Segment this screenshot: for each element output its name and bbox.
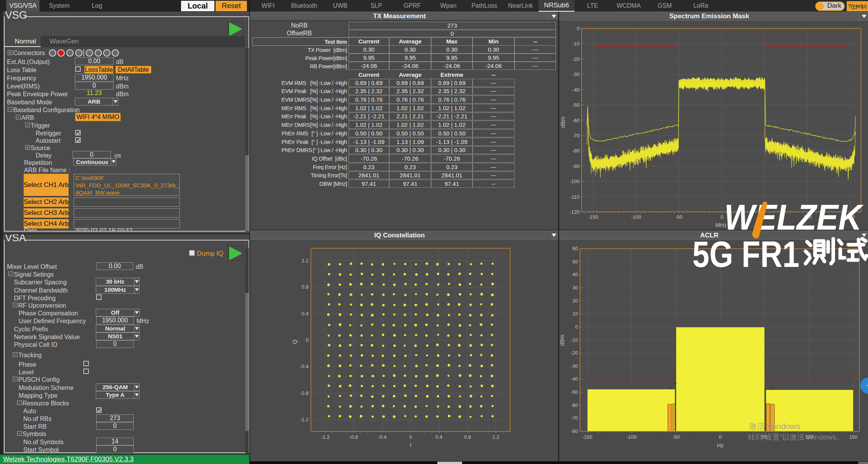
- svg-text:-110: -110: [570, 194, 580, 200]
- svg-text:0.4: 0.4: [435, 434, 442, 440]
- svg-text:-10: -10: [571, 337, 578, 343]
- svg-text:-60: -60: [572, 118, 580, 123]
- svg-text:40: 40: [573, 272, 578, 277]
- svg-text:-100: -100: [631, 214, 641, 220]
- svg-text:-150: -150: [582, 434, 592, 440]
- svg-text:30: 30: [573, 285, 578, 291]
- svg-text:-10: -10: [572, 41, 580, 47]
- svg-text:-20: -20: [572, 56, 580, 62]
- svg-text:-70: -70: [571, 415, 578, 421]
- svg-text:-100: -100: [569, 178, 580, 184]
- svg-text:10: 10: [573, 311, 578, 317]
- svg-text:150: 150: [849, 434, 858, 440]
- svg-text:1.2: 1.2: [302, 258, 309, 263]
- svg-text:转到“设置”以激活 Windows。: 转到“设置”以激活 Windows。: [748, 433, 844, 441]
- svg-text:-30: -30: [572, 71, 580, 77]
- svg-text:-30: -30: [571, 363, 578, 369]
- svg-text:WELZEK: WELZEK: [724, 200, 864, 237]
- svg-text:60: 60: [573, 246, 578, 251]
- svg-text:-20: -20: [571, 350, 578, 356]
- svg-text:-50: -50: [675, 214, 683, 220]
- svg-text:-40: -40: [572, 87, 580, 93]
- svg-text:-70: -70: [572, 133, 580, 139]
- svg-text:Hz: Hz: [717, 442, 723, 448]
- svg-text:-50: -50: [673, 434, 680, 440]
- svg-text:0.4: 0.4: [302, 311, 309, 317]
- svg-text:激活 Windows: 激活 Windows: [749, 422, 800, 431]
- svg-text:0: 0: [409, 434, 412, 440]
- svg-text:-0.8: -0.8: [349, 434, 358, 440]
- svg-text:1.2: 1.2: [492, 434, 499, 440]
- svg-text:0.8: 0.8: [464, 434, 471, 440]
- svg-text:-90: -90: [572, 163, 580, 169]
- svg-text:dBm: dBm: [560, 117, 566, 128]
- svg-text:dBm: dBm: [559, 335, 565, 346]
- svg-text:-100: -100: [626, 434, 637, 440]
- svg-text:-40: -40: [571, 376, 578, 382]
- svg-text:-80: -80: [572, 148, 580, 154]
- svg-text:0.8: 0.8: [302, 284, 309, 290]
- svg-text:20: 20: [573, 298, 578, 304]
- svg-text:-150: -150: [588, 214, 598, 220]
- svg-text:-0.4: -0.4: [300, 364, 309, 369]
- svg-text:-0.4: -0.4: [378, 434, 387, 440]
- svg-text:50: 50: [573, 259, 578, 265]
- svg-text:-120: -120: [569, 209, 580, 215]
- svg-text:I: I: [410, 441, 411, 448]
- svg-text:5G FR1: 5G FR1: [692, 234, 799, 275]
- svg-text:-80: -80: [571, 428, 578, 434]
- svg-text:0: 0: [577, 26, 580, 31]
- svg-text:0: 0: [306, 337, 309, 343]
- svg-text:-0.8: -0.8: [300, 390, 309, 396]
- svg-text:-1.2: -1.2: [321, 434, 330, 440]
- svg-text:-50: -50: [571, 389, 578, 395]
- svg-text:Q: Q: [291, 339, 298, 344]
- svg-text:0: 0: [575, 324, 578, 330]
- svg-text:-50: -50: [572, 102, 580, 108]
- svg-text:0: 0: [719, 434, 721, 440]
- svg-text:-60: -60: [571, 402, 578, 408]
- svg-text:-1.2: -1.2: [300, 417, 309, 422]
